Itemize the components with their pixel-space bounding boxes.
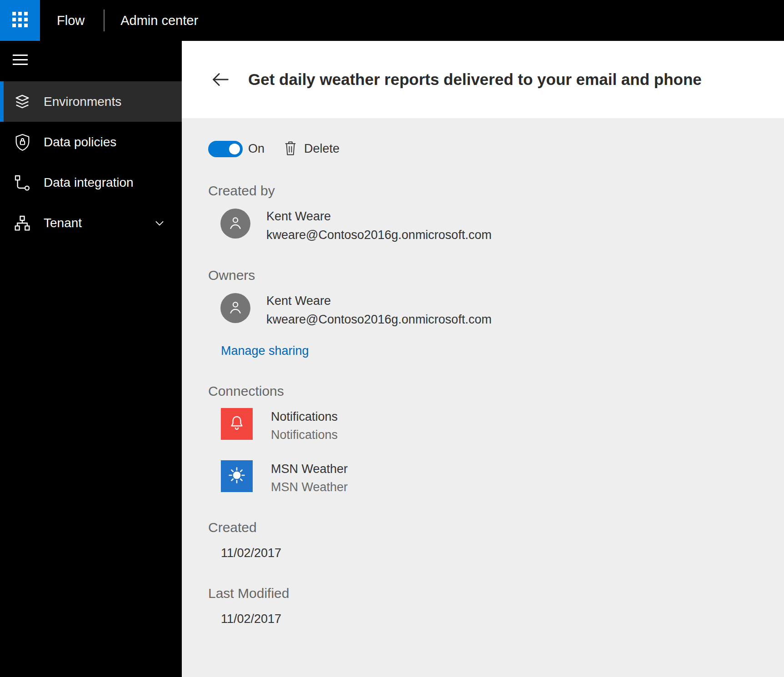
notifications-tile <box>221 408 253 440</box>
brand-link[interactable]: Flow <box>57 13 85 28</box>
created-by-person: Kent Weare kweare@Contoso2016g.onmicroso… <box>220 209 766 242</box>
owner-person: Kent Weare kweare@Contoso2016g.onmicroso… <box>220 293 766 327</box>
connection-type: MSN Weather <box>271 480 348 494</box>
sidebar-item-data-policies[interactable]: Data policies <box>0 122 182 162</box>
connections-heading: Connections <box>208 383 766 399</box>
sidebar-item-data-integration[interactable]: Data integration <box>0 162 182 203</box>
avatar <box>220 209 250 239</box>
app-launcher-icon <box>11 11 29 30</box>
last-modified-date: 11/02/2017 <box>221 612 766 626</box>
top-bar: Flow Admin center <box>0 0 784 41</box>
sidebar-nav: Environments Data policies Data inte <box>0 81 182 243</box>
flow-details: On Delete Created by <box>182 118 784 626</box>
creator-name: Kent Weare <box>266 209 492 224</box>
bell-icon <box>228 414 245 433</box>
integration-icon <box>13 173 32 192</box>
flow-on-off-toggle[interactable] <box>208 141 243 157</box>
chevron-down-icon[interactable] <box>153 216 166 230</box>
sidebar-item-tenant[interactable]: Tenant <box>0 203 182 243</box>
sidebar-item-label: Data integration <box>44 175 134 190</box>
trash-icon <box>284 140 297 158</box>
msn-weather-tile <box>221 460 253 492</box>
layers-icon <box>13 92 32 111</box>
sun-icon <box>227 466 246 487</box>
hamburger-menu-button[interactable] <box>13 55 28 65</box>
page-header: Get daily weather reports delivered to y… <box>182 41 784 118</box>
created-heading: Created <box>208 520 766 535</box>
sidebar-item-label: Tenant <box>44 216 82 230</box>
owner-email: kweare@Contoso2016g.onmicrosoft.com <box>266 313 492 327</box>
toggle-state-label: On <box>248 142 265 156</box>
owners-heading: Owners <box>208 268 766 283</box>
connection-type: Notifications <box>271 428 338 442</box>
connection-item-notifications: Notifications Notifications <box>221 408 766 442</box>
org-chart-icon <box>13 214 32 233</box>
delete-label: Delete <box>304 142 340 156</box>
connection-name: MSN Weather <box>271 462 348 476</box>
app-launcher-button[interactable] <box>0 0 40 41</box>
owner-name: Kent Weare <box>266 294 492 308</box>
delete-button[interactable]: Delete <box>284 140 340 158</box>
sidebar-item-label: Data policies <box>44 135 116 149</box>
toggle-knob <box>229 144 240 154</box>
back-button[interactable] <box>210 69 231 90</box>
admin-center-label: Admin center <box>120 13 198 28</box>
page-title: Get daily weather reports delivered to y… <box>248 70 702 89</box>
created-by-heading: Created by <box>208 183 766 199</box>
toolbar: On Delete <box>208 140 766 158</box>
connection-item-msn-weather: MSN Weather MSN Weather <box>221 460 766 494</box>
sidebar: Environments Data policies Data inte <box>0 41 182 677</box>
shield-lock-icon <box>13 133 32 152</box>
sidebar-item-environments[interactable]: Environments <box>0 81 182 122</box>
hamburger-icon <box>13 55 28 56</box>
avatar <box>220 293 250 323</box>
sidebar-item-label: Environments <box>44 95 121 109</box>
topbar-divider <box>104 10 105 31</box>
connection-name: Notifications <box>271 410 338 424</box>
last-modified-heading: Last Modified <box>208 586 766 601</box>
person-icon <box>227 299 244 317</box>
main-panel: Get daily weather reports delivered to y… <box>182 41 784 677</box>
back-arrow-icon <box>210 84 231 91</box>
person-icon <box>227 214 244 233</box>
creator-email: kweare@Contoso2016g.onmicrosoft.com <box>266 228 492 242</box>
created-date: 11/02/2017 <box>221 546 766 560</box>
manage-sharing-link[interactable]: Manage sharing <box>221 344 309 358</box>
